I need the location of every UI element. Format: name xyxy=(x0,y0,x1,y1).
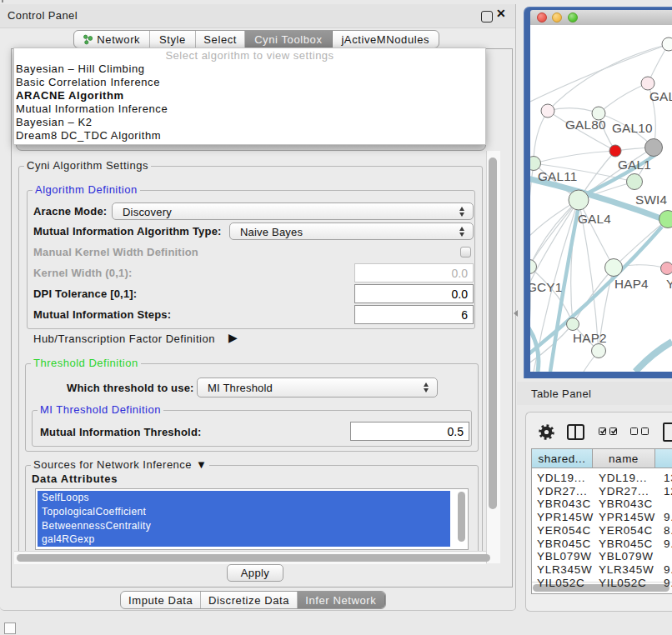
bottom-tab-infer-network[interactable]: Infer Network xyxy=(298,592,385,608)
table-cell[interactable]: 9. xyxy=(664,511,672,523)
network-edge[interactable] xyxy=(534,111,548,163)
network-node[interactable] xyxy=(645,139,663,157)
network-node[interactable] xyxy=(605,259,623,277)
table-cell[interactable]: YBR045C xyxy=(599,538,653,550)
table-cell[interactable]: YER054C xyxy=(537,524,591,537)
manual-kernel-width-checkbox[interactable] xyxy=(460,247,471,258)
which-threshold-combobox[interactable]: MI Threshold xyxy=(197,378,438,398)
network-node[interactable] xyxy=(641,77,654,90)
split-divider-caret[interactable] xyxy=(514,310,518,317)
network-view-window[interactable]: GAL2GAL80GAL10GAL1GAL11SWI4GAL4GCY1HAP4Y… xyxy=(524,7,672,378)
network-node[interactable] xyxy=(567,318,579,331)
network-edge[interactable] xyxy=(579,200,614,268)
tab-network[interactable]: Network xyxy=(74,31,150,48)
tab-jactivemnodules[interactable]: jActiveMNodules xyxy=(333,31,439,48)
mi-algorithm-type-combobox[interactable]: Naive Bayes xyxy=(229,222,474,240)
network-edge[interactable] xyxy=(530,44,669,102)
algorithm-option-dream8-dc-tdc-algorithm[interactable]: Dream8 DC_TDC Algorithm xyxy=(16,129,161,142)
table-cell[interactable]: YBR043C xyxy=(537,498,591,510)
table-cell[interactable]: 9. xyxy=(664,538,672,550)
dpi-tolerance-field[interactable]: 0.0 xyxy=(354,284,474,303)
settings-horizontal-scrollbar[interactable] xyxy=(14,551,486,564)
table-cell[interactable]: 9. xyxy=(664,577,672,589)
select-all-icon[interactable] xyxy=(599,428,620,435)
table-cell[interactable]: YBL079W xyxy=(537,550,592,562)
apply-button[interactable]: Apply xyxy=(227,564,283,582)
document-icon[interactable] xyxy=(663,422,672,442)
settings-vertical-scrollbar[interactable] xyxy=(486,151,500,563)
algorithm-option-aracne-algorithm[interactable]: ARACNE Algorithm xyxy=(16,89,124,102)
close-traffic-light[interactable] xyxy=(537,12,547,22)
table-cell[interactable]: 9. xyxy=(664,563,672,576)
table-cell[interactable]: YDR27... xyxy=(599,485,649,498)
algorithm-option-bayesian-k2[interactable]: Bayesian – K2 xyxy=(16,116,93,128)
kernel-width-field[interactable]: 0.0 xyxy=(354,263,474,282)
hub-definition-label[interactable]: Hub/Transcription Factor Definition xyxy=(33,332,215,345)
tab-style[interactable]: Style xyxy=(150,31,197,48)
table-cell[interactable]: YPR145W xyxy=(599,511,655,523)
mini-window-icon[interactable] xyxy=(4,622,16,634)
table-cell[interactable]: YDL19... xyxy=(599,472,647,484)
table-cell[interactable]: YLR345W xyxy=(537,563,592,576)
table-cell[interactable]: YIL052C xyxy=(537,577,584,589)
network-node[interactable] xyxy=(609,145,621,157)
table-cell[interactable]: YBL079W xyxy=(599,550,654,562)
settings-horizontal-scrollbar-thumb[interactable] xyxy=(17,554,490,562)
network-edge[interactable] xyxy=(635,342,672,372)
network-canvas[interactable]: GAL2GAL80GAL10GAL1GAL11SWI4GAL4GCY1HAP4Y… xyxy=(530,25,672,372)
node-table[interactable]: shared...nameAYDL19...YDL19...13.YDR27..… xyxy=(531,448,672,594)
network-graph[interactable]: GAL2GAL80GAL10GAL1GAL11SWI4GAL4GCY1HAP4Y… xyxy=(530,25,672,372)
table-cell[interactable]: 8. xyxy=(664,524,672,537)
close-panel-button[interactable]: ✕ xyxy=(496,7,506,20)
algorithm-option-bayesian-hill-climbing[interactable]: Bayesian – Hill Climbing xyxy=(16,62,145,75)
tab-select[interactable]: Select xyxy=(196,31,245,48)
network-node[interactable] xyxy=(569,190,589,210)
bottom-tab-discretize-data[interactable]: Discretize Data xyxy=(201,592,297,608)
minimize-traffic-light[interactable] xyxy=(552,12,562,22)
data-attributes-list[interactable]: SelfLoopsTopologicalCoefficientBetweenne… xyxy=(35,488,469,550)
mi-threshold-field[interactable]: 0.5 xyxy=(350,422,469,441)
network-node[interactable] xyxy=(530,157,541,171)
mi-steps-field[interactable]: 6 xyxy=(354,305,474,324)
network-window-titlebar[interactable] xyxy=(530,10,672,26)
network-edge[interactable] xyxy=(614,219,668,268)
split-columns-icon[interactable] xyxy=(567,424,584,440)
table-cell[interactable]: YIL052C xyxy=(599,577,646,589)
settings-vertical-scrollbar-thumb[interactable] xyxy=(489,158,497,509)
network-node[interactable] xyxy=(661,262,672,275)
deselect-all-icon[interactable] xyxy=(630,428,652,435)
network-node[interactable] xyxy=(659,211,672,228)
tab-cyni-toolbox[interactable]: Cyni Toolbox xyxy=(245,31,333,48)
table-cell[interactable]: 12. xyxy=(664,485,672,498)
algorithm-option-mutual-information-inference[interactable]: Mutual Information Inference xyxy=(16,102,168,115)
table-cell[interactable]: YDL19... xyxy=(537,472,585,484)
column-header-A[interactable]: A xyxy=(655,449,672,468)
network-edge[interactable] xyxy=(530,321,539,372)
algorithm-option-basic-correlation-inference[interactable]: Basic Correlation Inference xyxy=(16,76,160,88)
table-cell[interactable]: YPR145W xyxy=(537,511,594,523)
table-cell[interactable]: 13. xyxy=(664,472,672,484)
attributes-list-scrollbar[interactable] xyxy=(458,492,465,542)
network-edge[interactable] xyxy=(534,151,615,163)
table-cell[interactable]: YBR043C xyxy=(599,498,653,510)
network-edge[interactable] xyxy=(548,108,599,113)
column-header-name[interactable]: name xyxy=(593,449,655,468)
gear-icon[interactable] xyxy=(539,424,554,440)
attribute-item-gal4rgexp[interactable]: gal4RGexp xyxy=(38,532,450,547)
zoom-traffic-light[interactable] xyxy=(568,12,578,22)
network-node[interactable] xyxy=(627,174,643,190)
network-edge[interactable] xyxy=(599,83,648,113)
attribute-item-topologicalcoefficient[interactable]: TopologicalCoefficient xyxy=(38,505,450,519)
network-node[interactable] xyxy=(592,344,606,358)
table-cell[interactable]: YLR345W xyxy=(599,563,654,576)
hub-collapsed-icon[interactable]: ▶ xyxy=(228,331,238,344)
attribute-item-betweennesscentrality[interactable]: BetweennessCentrality xyxy=(38,519,450,533)
float-window-button[interactable] xyxy=(481,11,493,22)
bottom-tab-impute-data[interactable]: Impute Data xyxy=(121,592,201,608)
sources-title-row[interactable]: Sources for Network Inference ▼ xyxy=(31,458,209,471)
table-cell[interactable]: YDR27... xyxy=(537,485,587,498)
attribute-item-selfloops[interactable]: SelfLoops xyxy=(38,491,450,505)
network-node[interactable] xyxy=(541,104,554,118)
aracne-mode-combobox[interactable]: Discovery xyxy=(112,202,474,220)
column-header-shared[interactable]: shared... xyxy=(532,449,593,468)
